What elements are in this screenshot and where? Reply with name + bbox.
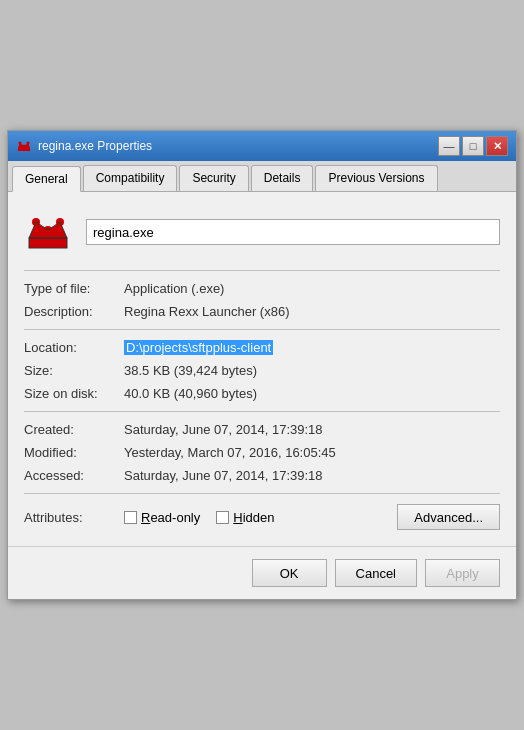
location-value[interactable]: D:\projects\sftpplus-client [124,340,273,355]
tab-details[interactable]: Details [251,165,314,191]
title-bar: regina.exe Properties — □ ✕ [8,131,516,161]
svg-rect-0 [18,148,30,151]
created-row: Created: Saturday, June 07, 2014, 17:39:… [24,422,500,437]
description-row: Description: Regina Rexx Launcher (x86) [24,304,500,319]
app-icon [16,138,32,154]
svg-rect-5 [29,238,67,248]
svg-point-2 [19,142,22,145]
size-label: Size: [24,363,124,378]
accessed-value: Saturday, June 07, 2014, 17:39:18 [124,468,323,483]
type-row: Type of file: Application (.exe) [24,281,500,296]
size-row: Size: 38.5 KB (39,424 bytes) [24,363,500,378]
footer: OK Cancel Apply [8,546,516,599]
apply-button[interactable]: Apply [425,559,500,587]
file-header [24,208,500,256]
separator-4 [24,493,500,494]
svg-point-3 [23,145,26,148]
description-label: Description: [24,304,124,319]
size-value: 38.5 KB (39,424 bytes) [124,363,257,378]
tab-general[interactable]: General [12,166,81,192]
attributes-label: Attributes: [24,510,124,525]
maximize-button[interactable]: □ [462,136,484,156]
created-label: Created: [24,422,124,437]
svg-point-4 [27,142,30,145]
type-label: Type of file: [24,281,124,296]
tab-compatibility[interactable]: Compatibility [83,165,178,191]
readonly-checkbox[interactable] [124,511,137,524]
separator-3 [24,411,500,412]
tab-previous-versions[interactable]: Previous Versions [315,165,437,191]
description-value: Regina Rexx Launcher (x86) [124,304,289,319]
location-row: Location: D:\projects\sftpplus-client [24,340,500,355]
accessed-row: Accessed: Saturday, June 07, 2014, 17:39… [24,468,500,483]
cancel-button[interactable]: Cancel [335,559,417,587]
hidden-group: Hidden [216,510,274,525]
tab-security[interactable]: Security [179,165,248,191]
readonly-group: Read-only [124,510,200,525]
title-bar-left: regina.exe Properties [16,138,152,154]
size-on-disk-value: 40.0 KB (40,960 bytes) [124,386,257,401]
size-on-disk-row: Size on disk: 40.0 KB (40,960 bytes) [24,386,500,401]
separator-1 [24,270,500,271]
modified-label: Modified: [24,445,124,460]
ok-button[interactable]: OK [252,559,327,587]
type-value: Application (.exe) [124,281,224,296]
minimize-button[interactable]: — [438,136,460,156]
accessed-label: Accessed: [24,468,124,483]
content-area: Type of file: Application (.exe) Descrip… [8,192,516,546]
attributes-controls: Read-only Hidden Advanced... [124,504,500,530]
window-title: regina.exe Properties [38,139,152,153]
properties-window: regina.exe Properties — □ ✕ General Comp… [7,130,517,600]
modified-row: Modified: Yesterday, March 07, 2016, 16:… [24,445,500,460]
advanced-button[interactable]: Advanced... [397,504,500,530]
separator-2 [24,329,500,330]
modified-value: Yesterday, March 07, 2016, 16:05:45 [124,445,336,460]
created-value: Saturday, June 07, 2014, 17:39:18 [124,422,323,437]
readonly-label[interactable]: Read-only [141,510,200,525]
file-name-input[interactable] [86,219,500,245]
size-on-disk-label: Size on disk: [24,386,124,401]
file-icon-large [24,208,72,256]
tab-bar: General Compatibility Security Details P… [8,161,516,192]
location-label: Location: [24,340,124,355]
hidden-label[interactable]: Hidden [233,510,274,525]
attributes-row: Attributes: Read-only Hidden Advanced... [24,504,500,530]
title-bar-buttons: — □ ✕ [438,136,508,156]
close-button[interactable]: ✕ [486,136,508,156]
hidden-checkbox[interactable] [216,511,229,524]
